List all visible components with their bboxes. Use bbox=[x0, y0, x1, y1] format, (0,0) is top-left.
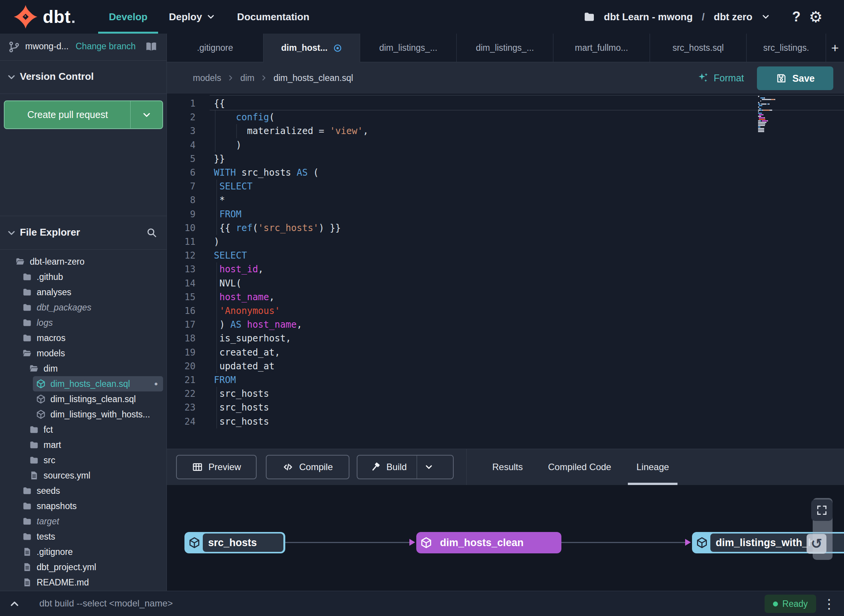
tree-item-tests[interactable]: tests bbox=[0, 529, 167, 544]
tree-item-dbt-packages[interactable]: dbt_packages bbox=[0, 300, 167, 315]
line-number: 16 bbox=[167, 304, 196, 318]
new-tab-button[interactable]: + bbox=[826, 34, 844, 62]
indent-guide bbox=[217, 179, 217, 235]
tab-mart-fullmo[interactable]: mart_fullmo... bbox=[553, 34, 650, 62]
lineage-canvas[interactable]: src_hostsdim_hosts_cleandim_listings_wit… bbox=[167, 485, 844, 591]
tree-item-readme-md[interactable]: README.md bbox=[0, 575, 167, 590]
code-text: NVL( bbox=[214, 276, 241, 291]
lineage-node-dim-hosts-clean[interactable]: dim_hosts_clean bbox=[416, 532, 561, 553]
lineage-node-src-hosts[interactable]: src_hosts bbox=[184, 532, 285, 553]
code-text: ) bbox=[214, 235, 219, 249]
tree-item-label: fct bbox=[44, 422, 53, 437]
build-dropdown[interactable] bbox=[417, 456, 441, 479]
save-button[interactable]: Save bbox=[757, 66, 833, 90]
project-folder-icon bbox=[583, 11, 595, 23]
code-line: 7 SELECT bbox=[167, 179, 844, 194]
nav-deploy[interactable]: Deploy bbox=[158, 0, 226, 34]
code-editor[interactable]: 1{{2 config(3 materialized = 'view',4 )5… bbox=[167, 94, 844, 449]
tree-item-analyses[interactable]: analyses bbox=[0, 285, 167, 300]
top-nav: dbt Develop Deploy Documentation dbt Lea… bbox=[0, 0, 844, 34]
code-text: src_hosts bbox=[214, 415, 269, 429]
command-input-placeholder: dbt build --select <model_name> bbox=[39, 598, 173, 609]
tree-item-src[interactable]: src bbox=[0, 453, 167, 468]
nav-deploy-label: Deploy bbox=[169, 11, 202, 23]
tree-item-label: .gitignore bbox=[37, 544, 73, 559]
code-text: {{ bbox=[214, 97, 225, 111]
nav-develop[interactable]: Develop bbox=[98, 0, 158, 34]
tree-item-mart[interactable]: mart bbox=[0, 437, 167, 453]
code-line: 20 updated_at bbox=[167, 359, 844, 373]
tree-item-dim[interactable]: dim bbox=[0, 361, 167, 376]
tree-item-gitignore[interactable]: .gitignore bbox=[0, 544, 167, 559]
format-button[interactable]: Format bbox=[696, 62, 744, 94]
kebab-menu-icon[interactable]: ⋮ bbox=[823, 595, 836, 613]
fullscreen-button[interactable] bbox=[811, 500, 833, 521]
folder-icon bbox=[22, 272, 32, 282]
chevron-up-icon[interactable] bbox=[8, 598, 21, 610]
preview-button[interactable]: Preview bbox=[176, 455, 257, 479]
sidebar: mwong-d... Change branch Version Control… bbox=[0, 34, 167, 591]
code-icon bbox=[282, 461, 294, 473]
status-badge: Ready bbox=[765, 595, 816, 613]
project-name[interactable]: dbt Learn - mwong bbox=[604, 11, 693, 23]
line-number: 3 bbox=[167, 124, 196, 138]
code-text: WITH src_hosts AS ( bbox=[214, 166, 319, 180]
tab-dim-host[interactable]: dim_host... bbox=[264, 34, 360, 62]
tree-item-dim-hosts-clean-sql[interactable]: dim_hosts_clean.sql• bbox=[33, 376, 163, 391]
hammer-icon bbox=[370, 461, 381, 473]
tab-label: src_hosts.sql bbox=[673, 43, 724, 53]
chevron-down-icon[interactable] bbox=[761, 12, 771, 22]
save-label: Save bbox=[792, 73, 815, 84]
code-line: 23 src_hosts bbox=[167, 401, 844, 415]
tree-item-fct[interactable]: fct bbox=[0, 422, 167, 437]
compile-button[interactable]: Compile bbox=[266, 455, 349, 479]
gear-icon[interactable]: ⚙ bbox=[809, 9, 823, 24]
nav-documentation[interactable]: Documentation bbox=[226, 0, 320, 34]
tab-src-listings[interactable]: src_listings. bbox=[747, 34, 826, 62]
folder-icon bbox=[22, 302, 32, 312]
help-icon[interactable]: ? bbox=[792, 9, 800, 25]
tab-src-hosts-sql[interactable]: src_hosts.sql bbox=[650, 34, 747, 62]
code-line: 21FROM bbox=[167, 373, 844, 387]
code-line: 24 src_hosts bbox=[167, 415, 844, 429]
tree-item-label: dim_listings_clean.sql bbox=[50, 391, 136, 407]
tree-item-seeds[interactable]: seeds bbox=[0, 483, 167, 498]
code-text: 'Anonymous' bbox=[214, 304, 280, 318]
tree-item-sources-yml[interactable]: sources.yml bbox=[0, 468, 167, 483]
result-tab-lineage[interactable]: Lineage bbox=[628, 449, 677, 485]
tab-dim-listings[interactable]: dim_listings_... bbox=[457, 34, 553, 62]
code-text: materialized = 'view', bbox=[214, 124, 369, 138]
tab-dim-listings[interactable]: dim_listings_... bbox=[360, 34, 457, 62]
tree-item-snapshots[interactable]: snapshots bbox=[0, 498, 167, 514]
reset-view-button[interactable]: ↺ bbox=[807, 534, 826, 554]
line-number: 5 bbox=[167, 152, 196, 166]
folder-icon bbox=[22, 501, 32, 511]
result-tab-compiled-code[interactable]: Compiled Code bbox=[540, 449, 619, 485]
tree-item-label: mart bbox=[44, 437, 61, 453]
tree-item-dim-listings-clean-sql[interactable]: dim_listings_clean.sql bbox=[0, 391, 167, 407]
tree-item-dbt-project-yml[interactable]: dbt_project.yml bbox=[0, 559, 167, 575]
dbt-logo[interactable]: dbt bbox=[13, 4, 74, 29]
tree-item-models[interactable]: models bbox=[0, 346, 167, 361]
tab-label: dim_host... bbox=[281, 43, 327, 53]
line-number: 11 bbox=[167, 235, 196, 249]
tree-item-logs[interactable]: logs bbox=[0, 315, 167, 330]
command-bar[interactable]: dbt build --select <model_name> Ready ⋮ bbox=[0, 591, 844, 616]
tab-gitignore[interactable]: .gitignore bbox=[167, 34, 264, 62]
result-tab-results[interactable]: Results bbox=[484, 449, 531, 485]
tree-item-target[interactable]: target bbox=[0, 514, 167, 529]
tree-item-dbt-learn-zero[interactable]: dbt-learn-zero bbox=[0, 254, 167, 269]
code-line: 13 host_id, bbox=[167, 262, 844, 276]
lineage-node-label: dim_hosts_clean bbox=[435, 534, 559, 552]
code-line: 15 host_name, bbox=[167, 290, 844, 304]
folder-open-icon bbox=[22, 348, 32, 358]
tree-item-label: sources.yml bbox=[44, 468, 91, 483]
folder-icon bbox=[29, 440, 39, 450]
environment-name[interactable]: dbt zero bbox=[714, 11, 752, 23]
tree-item-dim-listings-with-hosts[interactable]: dim_listings_with_hosts... bbox=[0, 407, 167, 422]
build-button[interactable]: Build bbox=[357, 455, 454, 479]
tree-item-macros[interactable]: macros bbox=[0, 330, 167, 346]
code-line: 16 'Anonymous' bbox=[167, 304, 844, 318]
project-switcher-area: dbt Learn - mwong / dbt zero ? ⚙ bbox=[583, 0, 823, 34]
tree-item-github[interactable]: .github bbox=[0, 269, 167, 285]
